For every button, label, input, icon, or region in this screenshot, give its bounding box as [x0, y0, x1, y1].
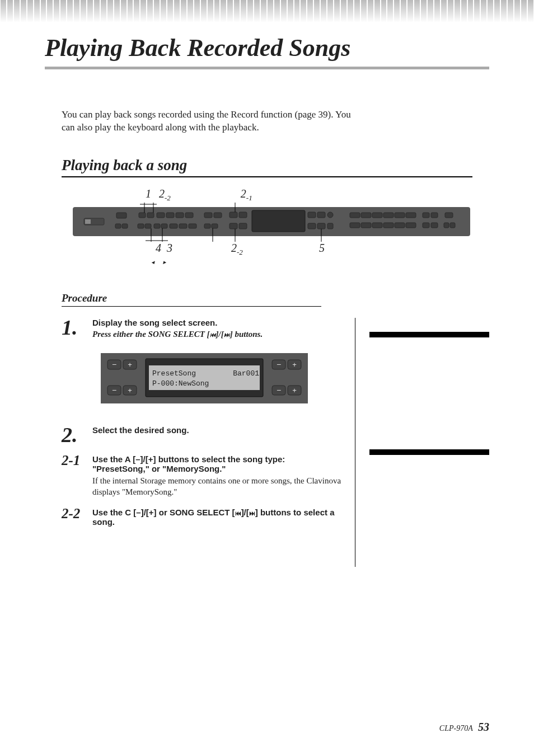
svg-text:−: − [112, 386, 116, 395]
page-footer: CLP-970A 53 [439, 721, 489, 734]
intro-text: You can play back songs recorded using t… [62, 109, 353, 134]
svg-rect-32 [317, 223, 325, 229]
svg-rect-4 [115, 224, 121, 228]
svg-rect-31 [308, 223, 316, 229]
svg-rect-2 [85, 219, 91, 224]
side-column [355, 318, 489, 567]
decorative-top-bars [0, 0, 534, 22]
footer-page-number: 53 [478, 721, 489, 733]
svg-rect-22 [212, 224, 218, 228]
step-1-instruction: Press either the SONG SELECT [⏮]/[⏭] but… [92, 330, 263, 339]
callout-2-1-top: 2-1 [241, 187, 252, 203]
svg-text:−: − [112, 360, 116, 369]
svg-rect-42 [372, 223, 382, 228]
svg-rect-30 [327, 212, 333, 218]
rewind-icon: ⏮ [210, 331, 216, 338]
svg-rect-27 [252, 210, 305, 232]
svg-rect-34 [350, 213, 360, 218]
svg-rect-16 [170, 224, 177, 228]
svg-rect-13 [145, 224, 151, 228]
callout-1: 1 [146, 187, 151, 203]
svg-rect-18 [189, 224, 196, 228]
step-1-title: Display the song select screen. [92, 318, 263, 327]
svg-rect-39 [406, 213, 416, 218]
lcd-panel-illustration: − + − + PresetSong Bar001 P-000:NewSong … [101, 353, 344, 406]
section-heading: Playing back a song [62, 157, 472, 177]
callout-5: 5 [319, 242, 325, 255]
svg-rect-12 [138, 224, 144, 228]
svg-text:+: + [128, 386, 132, 395]
svg-rect-25 [229, 223, 237, 229]
svg-rect-3 [116, 213, 127, 218]
svg-rect-5 [122, 224, 128, 228]
procedure-heading: Procedure [62, 292, 321, 307]
svg-rect-48 [423, 223, 429, 228]
callout-2-2-bottom: 2-2 [231, 242, 243, 257]
svg-text:+: + [128, 360, 132, 369]
svg-rect-19 [204, 213, 212, 218]
svg-rect-21 [204, 224, 210, 228]
svg-rect-47 [431, 213, 438, 218]
svg-rect-7 [147, 213, 154, 218]
svg-rect-45 [406, 223, 416, 228]
callout-4-triangles: ◂ ▸ [151, 259, 170, 266]
lcd-line1-right: Bar001 [233, 369, 259, 378]
page-title: Playing Back Recorded Songs [45, 34, 489, 62]
step-2-2-number: 2-2 [62, 508, 92, 529]
svg-rect-28 [308, 212, 316, 218]
svg-rect-24 [239, 212, 247, 218]
forward-icon: ⏭ [224, 331, 230, 338]
step-2-number: 2. [62, 425, 92, 444]
callout-2-2-top: 2-2 [159, 187, 171, 203]
svg-rect-26 [239, 223, 247, 229]
step-2-1-detail: If the internal Storage memory contains … [92, 476, 344, 497]
svg-text:−: − [277, 386, 281, 395]
svg-rect-43 [383, 223, 394, 228]
keyboard-panel-illustration [73, 203, 470, 242]
svg-rect-49 [431, 223, 438, 228]
svg-rect-23 [229, 212, 237, 218]
svg-text:+: + [292, 360, 297, 369]
svg-rect-20 [214, 213, 222, 218]
svg-rect-51 [444, 223, 449, 228]
svg-rect-46 [423, 213, 429, 218]
svg-rect-33 [327, 223, 333, 229]
step-2-2-title: Use the C [–]/[+] or SONG SELECT [⏮]/[⏭]… [92, 508, 344, 527]
forward-icon: ⏭ [249, 510, 255, 516]
callout-4: 4 [156, 242, 161, 255]
svg-rect-37 [383, 213, 394, 218]
footer-model: CLP-970A [439, 724, 473, 732]
rewind-icon: ⏮ [235, 510, 241, 516]
svg-rect-44 [395, 223, 405, 228]
svg-rect-41 [361, 223, 371, 228]
lcd-line1-left: PresetSong [152, 369, 196, 378]
step-2-1-title: Use the A [–]/[+] buttons to select the … [92, 454, 344, 473]
side-bar-2 [369, 449, 489, 455]
svg-rect-52 [450, 223, 455, 228]
step-2-title: Select the desired song. [92, 425, 189, 435]
step-2-1-number: 2-1 [62, 454, 92, 497]
lcd-line2: P-000:NewSong [152, 379, 209, 388]
svg-rect-15 [161, 224, 167, 228]
svg-text:+: + [292, 386, 297, 395]
svg-rect-8 [157, 213, 165, 218]
callout-3: 3 [167, 242, 172, 255]
main-column: 1. Display the song select screen. Press… [62, 318, 355, 567]
svg-text:−: − [277, 360, 281, 369]
svg-rect-38 [395, 213, 405, 218]
svg-rect-17 [179, 224, 187, 228]
svg-rect-29 [317, 212, 325, 218]
svg-rect-6 [139, 213, 146, 218]
side-bar-1 [369, 332, 489, 337]
svg-rect-40 [350, 223, 360, 228]
svg-rect-36 [372, 213, 382, 218]
svg-rect-50 [445, 213, 453, 218]
svg-rect-35 [361, 213, 371, 218]
svg-rect-14 [154, 224, 160, 228]
svg-rect-11 [185, 213, 193, 218]
title-underline [45, 67, 489, 69]
panel-diagram: 1 2-2 2-1 [73, 187, 472, 270]
step-1-number: 1. [62, 318, 92, 339]
svg-rect-10 [176, 213, 184, 218]
svg-rect-9 [166, 213, 174, 218]
